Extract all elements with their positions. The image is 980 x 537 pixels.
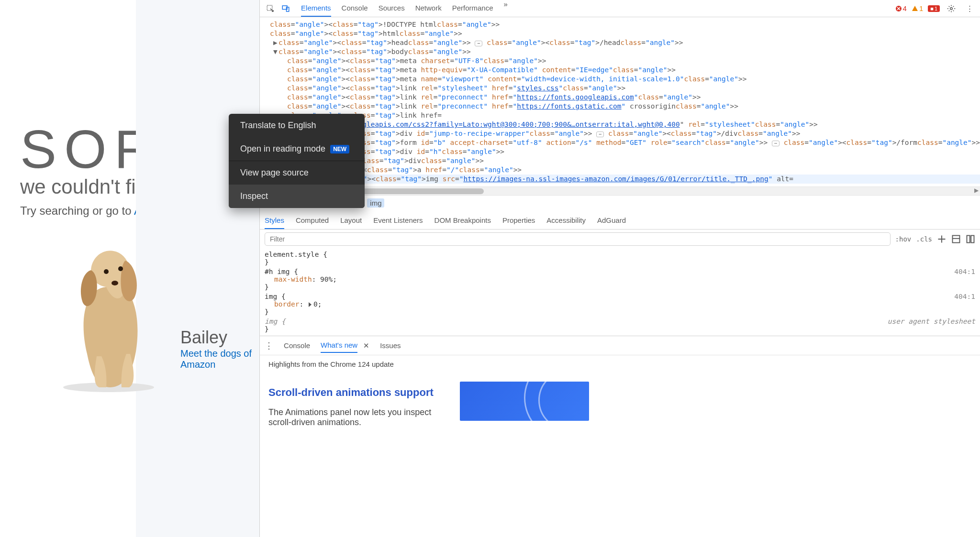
settings-icon[interactable] (945, 2, 958, 15)
scroll-right-icon[interactable]: ▶ (972, 187, 980, 194)
dom-line[interactable]: class="angle"><class="tag">link rel="pre… (265, 102, 980, 111)
drawer-article-title[interactable]: Scroll-driven animations support (268, 386, 450, 399)
new-badge: NEW (330, 145, 349, 153)
dog-name: Bailey (180, 328, 227, 348)
subtab-accessibility[interactable]: Accessibility (546, 213, 586, 229)
horizontal-scrollbar[interactable]: ◀ ▶ (260, 186, 980, 195)
href-link[interactable]: styles.css (517, 84, 558, 92)
filter-input[interactable] (265, 232, 891, 246)
close-icon[interactable]: ✕ (363, 341, 369, 350)
dom-line[interactable]: class="angle"><class="tag">meta name="vi… (265, 75, 980, 84)
ctx-label: Open in reading mode (240, 144, 325, 154)
subtab-properties[interactable]: Properties (502, 213, 535, 229)
svg-point-2 (118, 266, 123, 271)
svg-rect-10 (967, 236, 970, 243)
dom-line[interactable]: class="angle"><class="tag">link href= (265, 111, 980, 120)
css-rule[interactable]: user agent stylesheetimg {} (265, 318, 975, 333)
drawer-article-text: The Animations panel now lets you inspec… (268, 407, 450, 427)
css-rule[interactable]: element.style {} (265, 251, 975, 266)
styles-pane[interactable]: element.style {}404:1#h img {max-width: … (260, 249, 980, 336)
dom-breadcrumb: htmlbodydiv#hdivaimg (260, 195, 980, 210)
ctx-inspect[interactable]: Inspect (229, 185, 365, 208)
dog-image (54, 244, 164, 392)
ctx-label: Inspect (240, 191, 268, 201)
svg-rect-11 (971, 236, 974, 243)
dom-line[interactable]: "https://fonts.googleapis.com/css2?famil… (265, 120, 980, 129)
error-count[interactable]: 4 (895, 4, 907, 12)
dom-line[interactable]: ▶class="angle"><class="tag">form id="b" … (265, 138, 980, 147)
layout-toggle-icon[interactable] (966, 234, 975, 244)
tab-performance[interactable]: Performance (452, 0, 493, 17)
drawer-menu-icon[interactable]: ⋮ (265, 340, 273, 351)
subtab-styles[interactable]: Styles (265, 213, 284, 229)
href-link[interactable]: https://fonts.gstatic.com (517, 102, 621, 110)
dom-line[interactable]: ▼class="angle"><class="tag">a href="/"cl… (265, 165, 980, 175)
subtab-adguard[interactable]: AdGuard (597, 213, 626, 229)
drawer-tab-whatsnew[interactable]: What's new (321, 338, 357, 353)
dogs-of-amazon-link[interactable]: Meet the dogs of Amazon (180, 348, 259, 370)
dom-line[interactable]: class="angle"><class="tag">link rel="sty… (265, 84, 980, 93)
styles-filter-row: :hov .cls (260, 230, 980, 249)
css-rule[interactable]: 404:1img {border: 0;} (265, 293, 975, 316)
drawer-body: Highlights from the Chrome 124 update Sc… (260, 355, 980, 432)
drawer-tabs: ⋮ Console What's new ✕ Issues (260, 336, 980, 355)
issue-count[interactable]: ■ 1 (928, 5, 940, 12)
cls-toggle[interactable]: .cls (916, 235, 932, 243)
toolbar-right: 4 1 ■ 1 ⋮ (895, 2, 976, 15)
drawer: ⋮ Console What's new ✕ Issues Highlights… (260, 336, 980, 537)
drawer-article-thumb (460, 382, 589, 421)
warning-count[interactable]: 1 (912, 4, 923, 12)
href-link[interactable]: https://images-na.ssl-images-amazon.com/… (463, 175, 768, 183)
subtab-computed[interactable]: Computed (296, 213, 329, 229)
dom-line[interactable]: ▼class="angle"><class="tag">div id="h"cl… (265, 147, 980, 156)
dom-line[interactable]: class="angle"><class="tag">!DOCTYPE html… (265, 20, 980, 29)
dom-line[interactable]: class="angle"><class="tag">meta http-equ… (265, 66, 980, 75)
ctx-label: View page source (240, 168, 309, 178)
href-link[interactable]: https://fonts.googleapis.com (517, 93, 634, 101)
dom-line[interactable]: class="angle"><class="tag">meta charset=… (265, 56, 980, 66)
svg-point-8 (950, 7, 953, 10)
subtab-dom-breakpoints[interactable]: DOM Breakpoints (434, 213, 491, 229)
ctx-translate[interactable]: Translate to English (229, 114, 365, 137)
tabs-more-icon[interactable]: » (504, 0, 512, 17)
subtab-layout[interactable]: Layout (340, 213, 362, 229)
drawer-tab-console[interactable]: Console (284, 339, 310, 352)
hov-toggle[interactable]: :hov (895, 235, 912, 243)
ctx-view-source[interactable]: View page source (229, 161, 365, 185)
tab-console[interactable]: Console (342, 0, 368, 17)
svg-point-3 (111, 281, 118, 285)
breadcrumb-item[interactable]: img (367, 198, 384, 208)
context-menu: Translate to English Open in reading mod… (229, 114, 365, 208)
dom-line[interactable]: class="angle"><class="tag">link rel="pre… (265, 93, 980, 102)
ctx-label: Translate to English (240, 121, 316, 131)
subtab-event-listeners[interactable]: Event Listeners (373, 213, 423, 229)
svg-rect-9 (953, 236, 960, 243)
dom-line[interactable]: ▶class="angle"><class="tag">div id="jump… (265, 129, 980, 138)
error-page: SORRY we couldn't find that page Try sea… (0, 0, 259, 537)
computed-toggle-icon[interactable] (951, 234, 961, 244)
devtools-tabs: Elements Console Sources Network Perform… (301, 0, 893, 17)
svg-point-1 (104, 269, 109, 274)
inspect-icon[interactable] (264, 2, 277, 15)
dom-line[interactable]: ▶class="angle"><class="tag">headclass="a… (265, 38, 980, 47)
kebab-icon[interactable]: ⋮ (963, 2, 976, 15)
tab-sources[interactable]: Sources (379, 0, 405, 17)
ctx-reading-mode[interactable]: Open in reading modeNEW (229, 137, 365, 161)
styles-subtabs: StylesComputedLayoutEvent ListenersDOM B… (260, 210, 980, 230)
dom-line[interactable]: class="angle"><class="tag">htmlclass="an… (265, 29, 980, 38)
dom-line[interactable]: ▼class="angle"><class="tag">bodyclass="a… (265, 47, 980, 56)
tab-elements[interactable]: Elements (301, 0, 331, 17)
drawer-tab-issues[interactable]: Issues (380, 339, 401, 352)
device-toggle-icon[interactable] (279, 2, 292, 15)
css-rule[interactable]: 404:1#h img {max-width: 90%;} (265, 268, 975, 291)
new-style-icon[interactable] (937, 234, 947, 244)
drawer-highlights: Highlights from the Chrome 124 update (268, 360, 971, 368)
dom-line[interactable]: class="angle"><class="tag">img src="http… (265, 175, 980, 184)
dom-line[interactable]: ▼class="angle"><class="tag">divclass="an… (265, 156, 980, 165)
tab-network[interactable]: Network (415, 0, 442, 17)
devtools-toolbar: Elements Console Sources Network Perform… (260, 0, 980, 17)
dom-tree[interactable]: class="angle"><class="tag">!DOCTYPE html… (260, 17, 980, 186)
devtools-panel: Elements Console Sources Network Perform… (259, 0, 980, 537)
try-prefix: Try searching or go to (20, 204, 134, 217)
dog-block: Bailey Meet the dogs of Amazon (54, 244, 259, 394)
